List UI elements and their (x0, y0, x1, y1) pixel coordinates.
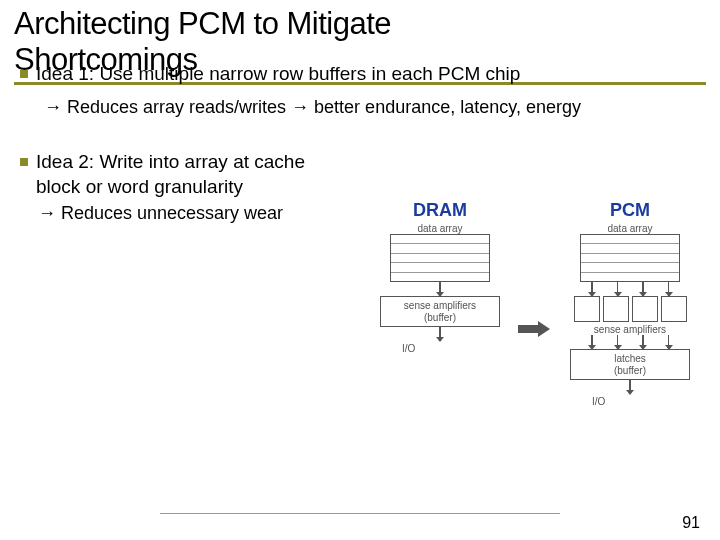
idea1-text: Idea 1: Use multiple narrow row buffers … (36, 62, 520, 87)
idea1-sub: → Reduces array reads/writes → better en… (20, 96, 716, 119)
idea2-text: Idea 2: Write into array at cache block … (36, 150, 350, 199)
connector-arrow-icon (439, 327, 441, 341)
bullet-icon (20, 158, 28, 166)
pcm-column: PCM data array sense amplifiers latches … (560, 200, 700, 407)
multi-connector (560, 282, 700, 296)
connector-arrow-icon (439, 282, 441, 296)
bullet-icon (20, 70, 28, 78)
pcm-io-label: I/O (560, 396, 700, 407)
pcm-sense-label: sense amplifiers (560, 324, 700, 335)
dram-header: DRAM (370, 200, 510, 221)
idea2-sub: → Reduces unnecessary wear (20, 203, 350, 224)
pcm-array-label: data array (560, 223, 700, 234)
diagram: DRAM data array sense amplifiers (buffer… (370, 200, 710, 470)
dram-data-array (390, 234, 490, 282)
bullet-idea-1: Idea 1: Use multiple narrow row buffers … (20, 62, 710, 87)
title-line-1: Architecting PCM to Mitigate (14, 6, 391, 41)
dram-io-label: I/O (370, 343, 510, 354)
dram-column: DRAM data array sense amplifiers (buffer… (370, 200, 510, 354)
bullet-idea-2: Idea 2: Write into array at cache block … (20, 150, 350, 224)
dram-sense-amp-box: sense amplifiers (buffer) (380, 296, 500, 327)
multi-connector (560, 335, 700, 349)
pcm-data-array (580, 234, 680, 282)
connector-arrow-icon (629, 380, 631, 394)
pcm-sense-amps (560, 296, 700, 322)
dram-array-label: data array (370, 223, 510, 234)
page-number: 91 (682, 514, 700, 532)
pcm-latches-box: latches (buffer) (570, 349, 690, 380)
footer-divider (160, 513, 560, 514)
pcm-header: PCM (560, 200, 700, 221)
transition-arrow-icon (518, 322, 552, 336)
